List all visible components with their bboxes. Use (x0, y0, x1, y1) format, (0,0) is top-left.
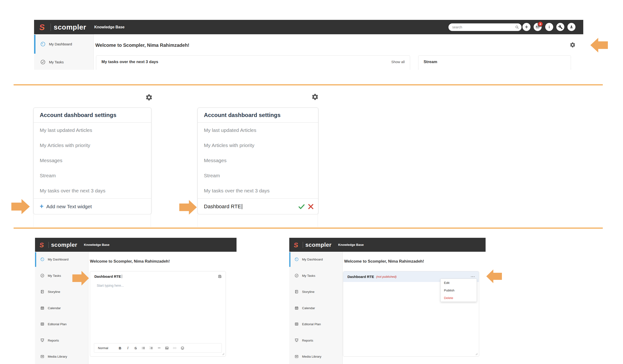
panel-item-priority[interactable]: My Articles with priority (198, 138, 318, 153)
panel-item-stream[interactable]: Stream (198, 168, 318, 183)
emoji-button[interactable] (180, 345, 185, 351)
panel-item-tasks[interactable]: My tasks over the next 3 days (198, 183, 318, 198)
messages-button[interactable]: 4 (534, 23, 542, 31)
menu-item-publish[interactable]: Publish (441, 286, 477, 294)
sidebar-item-calendar[interactable]: Calendar (294, 305, 315, 311)
more-options-icon[interactable] (471, 276, 475, 277)
annotation-arrow-add-widget (11, 199, 30, 214)
resize-handle[interactable] (475, 353, 478, 355)
info-button[interactable] (545, 23, 553, 31)
search-box (448, 23, 522, 31)
sidebar-item-label: My Tasks (49, 60, 64, 64)
horizontal-rule-button[interactable] (157, 345, 161, 351)
show-all-link[interactable]: Show all (391, 60, 405, 64)
panel-item-stream[interactable]: Stream (34, 168, 151, 183)
profile-button[interactable] (567, 23, 576, 31)
sidebar-item-reports[interactable]: Reports (294, 337, 313, 344)
panel-title: Account dashboard settings (198, 108, 318, 123)
widget-name-input[interactable]: Dashboard RTE (204, 204, 241, 210)
calendar-icon (40, 306, 44, 310)
screenshot-rte-edit: S scompler Knowledge Base My Dashboard M… (35, 238, 237, 364)
dashboard-icon (40, 41, 46, 47)
editor-placeholder[interactable]: Start typing here... (97, 284, 124, 287)
sidebar-item-my-tasks[interactable]: My Tasks (40, 272, 61, 279)
grid-table-icon (40, 322, 44, 326)
dashboard-settings-gear-icon[interactable] (570, 42, 576, 48)
sidebar-item-editorial-plan[interactable]: Editorial Plan (40, 321, 67, 327)
confirm-icon[interactable] (298, 203, 305, 210)
book-icon (294, 290, 299, 294)
save-icon[interactable] (218, 274, 222, 278)
scompler-logo-icon: S (292, 241, 300, 249)
sidebar-item-calendar[interactable]: Calendar (40, 305, 61, 311)
panel-item-messages[interactable]: Messages (198, 153, 318, 168)
sidebar-item-my-tasks[interactable]: My Tasks (40, 58, 64, 65)
ordered-list-icon: 12 (149, 346, 153, 350)
sidebar-item-media-library[interactable]: Media Library (40, 353, 67, 360)
sidebar-item-media-library[interactable]: Media Library (294, 353, 321, 360)
sidebar-item-editorial-plan[interactable]: Editorial Plan (294, 321, 321, 327)
welcome-heading: Welcome to Scompler, Nima Rahimzadeh! (90, 259, 170, 264)
active-item-indicator (35, 252, 36, 267)
resize-handle[interactable] (222, 353, 224, 355)
sidebar: My Dashboard My Tasks Storyline Calendar… (289, 252, 343, 364)
screenshot-remnant-right (198, 214, 318, 227)
svg-text:2: 2 (150, 348, 150, 349)
settings-gear-icon-right[interactable] (311, 93, 319, 101)
product-name: Knowledge Base (94, 25, 124, 29)
panel-title: Account dashboard settings (34, 108, 151, 123)
search-input[interactable] (452, 25, 515, 29)
add-text-widget-button[interactable]: + Add new Text widget (34, 198, 151, 214)
sidebar-item-my-tasks[interactable]: My Tasks (294, 272, 315, 279)
panel-item-priority[interactable]: My Articles with priority (34, 138, 151, 153)
tools-button[interactable] (556, 23, 564, 31)
sidebar-item-label: My Tasks (48, 274, 61, 278)
bullet-list-icon (141, 346, 145, 350)
sidebar-item-label: Media Library (48, 355, 67, 358)
sidebar-item-label: Calendar (48, 306, 61, 310)
sidebar-item-my-dashboard[interactable]: My Dashboard (40, 256, 68, 263)
screenshot-rte-menu: S scompler Knowledge Base My Dashboard M… (289, 238, 486, 364)
bullet-list-button[interactable] (141, 345, 146, 351)
sidebar-item-my-dashboard[interactable]: My Dashboard (40, 41, 72, 47)
sidebar-item-label: Editorial Plan (302, 322, 321, 326)
panel-item-tasks[interactable]: My tasks over the next 3 days (34, 183, 151, 198)
check-circle-icon (40, 274, 44, 278)
svg-text:S: S (39, 241, 44, 248)
dashboard-icon (294, 257, 299, 261)
insert-image-button[interactable] (165, 345, 169, 351)
strikethrough-button[interactable]: S (134, 345, 138, 351)
sidebar: My Dashboard My Tasks (34, 34, 94, 70)
search-icon[interactable] (515, 25, 519, 29)
panel-item-last-updated[interactable]: My last updated Articles (34, 123, 151, 138)
calendar-icon (294, 306, 299, 310)
menu-item-edit[interactable]: Edit (441, 279, 477, 286)
plus-icon: + (40, 203, 44, 210)
user-icon (569, 24, 574, 29)
widget-title-input[interactable]: Dashboard RTE (94, 274, 121, 278)
italic-button[interactable]: I (126, 345, 130, 351)
link-button[interactable] (173, 345, 177, 351)
bold-button[interactable]: B (118, 345, 122, 351)
presentation-icon (294, 338, 299, 343)
menu-item-delete[interactable]: Delete (441, 294, 477, 301)
image-icon (165, 346, 169, 350)
tasks-card: My tasks over the next 3 days Show all (96, 55, 410, 70)
panel-item-last-updated[interactable]: My last updated Articles (198, 123, 318, 138)
sidebar-item-storyline[interactable]: Storyline (294, 288, 314, 295)
logo-divider (48, 242, 49, 248)
grid-table-icon (294, 322, 299, 326)
panel-item-messages[interactable]: Messages (34, 153, 151, 168)
text-cursor (122, 275, 122, 278)
sidebar-item-my-dashboard[interactable]: My Dashboard (294, 256, 323, 263)
format-dropdown[interactable]: Normal (98, 346, 108, 350)
sidebar-item-reports[interactable]: Reports (40, 337, 59, 344)
sidebar-item-storyline[interactable]: Storyline (40, 288, 60, 295)
settings-gear-icon-left[interactable] (145, 94, 153, 101)
ordered-list-button[interactable]: 12 (149, 345, 154, 351)
rte-toolbar: Normal B I S 12 (94, 343, 222, 353)
add-button[interactable] (522, 23, 531, 31)
check-circle-icon (294, 274, 299, 278)
wrench-icon (558, 25, 563, 29)
cancel-icon[interactable] (307, 203, 314, 210)
